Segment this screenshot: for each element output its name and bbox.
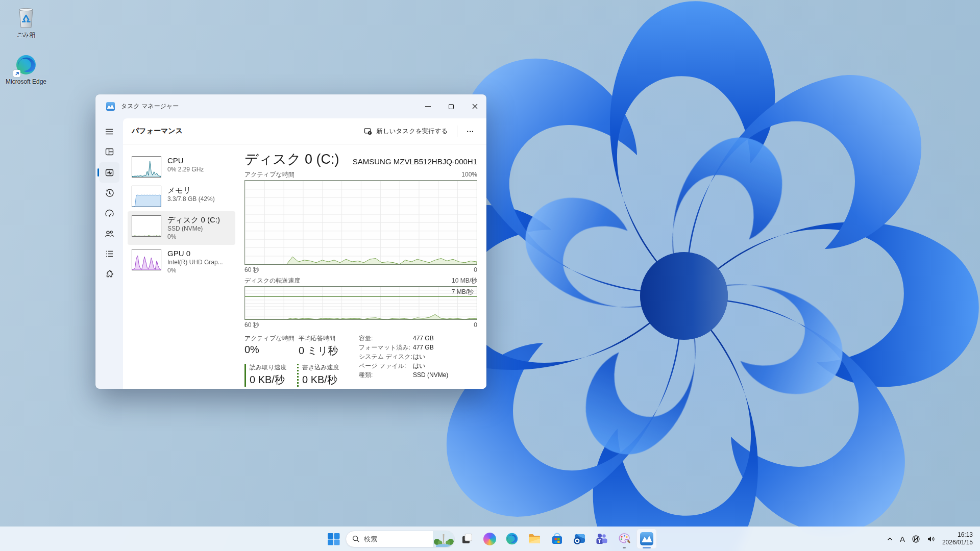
titlebar[interactable]: タスク マネージャー (95, 94, 486, 118)
task-view-button[interactable] (457, 529, 477, 549)
chart2-max-label: 10 MB/秒 (452, 277, 477, 285)
clock[interactable]: 16:13 2026/01/15 (942, 531, 973, 546)
stat-avg-response: 平均応答時間 0 ミリ秒 (299, 335, 349, 358)
minimize-button[interactable] (416, 94, 439, 118)
network-status-button[interactable] (912, 535, 920, 543)
taskbar: A 16:13 2026/01/15 (0, 527, 980, 551)
cpu-mini-chart (132, 156, 161, 178)
disk-detail-panel: ディスク 0 (C:) SAMSUNG MZVLB512HBJQ-000H1 ア… (238, 144, 486, 389)
perf-item-disk[interactable]: ディスク 0 (C:) SSD (NVMe) 0% (128, 211, 235, 245)
sidebar-item-startup-apps[interactable] (99, 204, 119, 224)
volume-button[interactable] (927, 535, 936, 543)
globe-no-network-icon (912, 535, 920, 543)
sidebar-item-processes[interactable] (99, 141, 119, 162)
start-button[interactable] (323, 529, 344, 549)
window-title: タスク マネージャー (121, 102, 179, 111)
copilot-button[interactable] (479, 529, 500, 549)
disk-model: SAMSUNG MZVLB512HBJQ-000H1 (353, 157, 477, 167)
teams-button[interactable] (592, 529, 612, 549)
edge-button[interactable] (502, 529, 522, 549)
disk-mini-chart (132, 215, 161, 237)
perf-item-detail: 0% 2.29 GHz (167, 165, 204, 173)
perf-item-name: ディスク 0 (C:) (167, 215, 220, 224)
task-manager-window: タスク マネージャー (95, 94, 486, 389)
perf-item-detail: SSD (NVMe) (167, 224, 220, 233)
desktop-icon-label: ごみ箱 (4, 31, 48, 38)
sidebar-item-users[interactable] (99, 223, 119, 244)
speaker-icon (927, 535, 936, 543)
task-manager-icon (640, 532, 653, 545)
running-indicator (623, 547, 626, 548)
chart1-max-label: 100% (461, 171, 477, 179)
startup-apps-icon (105, 209, 114, 219)
search-input[interactable] (364, 535, 433, 543)
sidebar-item-performance[interactable] (99, 162, 119, 183)
performance-list: CPU 0% 2.29 GHz メモリ 3.3/7.8 GB (42%) ディス… (123, 144, 238, 389)
page-title: パフォーマンス (132, 127, 183, 136)
active-indicator (643, 547, 651, 548)
perf-item-detail: 3.3/7.8 GB (42%) (167, 195, 215, 203)
stat-read-speed: 読み取り速度 0 KB/秒 (244, 364, 293, 387)
gpu-mini-chart (132, 249, 161, 270)
sidebar-item-app-history[interactable] (99, 183, 119, 203)
recycle-bin-icon (14, 6, 38, 30)
tray-date: 2026/01/15 (942, 539, 973, 546)
microsoft-store-icon (551, 533, 564, 545)
users-icon (104, 229, 114, 239)
sidebar-item-details[interactable] (99, 243, 119, 264)
search-highlight-image[interactable] (433, 531, 454, 547)
microsoft-store-button[interactable] (547, 529, 567, 549)
chart2-label: ディスクの転送速度 (244, 277, 300, 285)
perf-item-cpu[interactable]: CPU 0% 2.29 GHz (128, 152, 235, 182)
hamburger-menu-button[interactable] (99, 121, 119, 142)
run-new-task-button[interactable]: 新しいタスクを実行する (359, 124, 453, 139)
hamburger-menu-icon (105, 127, 114, 136)
windows-start-icon (327, 533, 340, 545)
desktop-icon-recycle-bin[interactable]: ごみ箱 (4, 6, 48, 38)
outlook-icon (573, 532, 586, 545)
teams-icon (595, 532, 608, 545)
close-icon (472, 104, 478, 109)
processes-icon (105, 147, 114, 157)
perf-item-name: CPU (167, 156, 204, 165)
content-card: パフォーマンス 新しいタスクを実行する ... CPU 0% 2.29 GHz (123, 118, 486, 389)
perf-item-gpu[interactable]: GPU 0 Intel(R) UHD Grap... 0% (128, 245, 235, 279)
more-options-button[interactable]: ... (461, 123, 479, 139)
tray-time: 16:13 (942, 531, 973, 539)
new-task-icon (364, 127, 372, 135)
outlook-button[interactable] (569, 529, 590, 549)
paint-icon (618, 532, 631, 545)
sidebar-item-services[interactable] (99, 264, 119, 284)
edge-icon (505, 532, 519, 545)
shortcut-arrow-icon (13, 70, 20, 77)
services-icon (105, 269, 114, 279)
active-time-chart (244, 180, 477, 265)
perf-item-name: メモリ (167, 186, 215, 195)
search-icon (352, 535, 360, 543)
perf-item-detail: Intel(R) UHD Grap... (167, 258, 223, 266)
close-button[interactable] (463, 94, 486, 118)
chart2-x-right: 0 (474, 321, 477, 329)
ime-mode-indicator[interactable]: A (900, 535, 905, 543)
minimize-icon (425, 106, 431, 107)
details-icon (105, 249, 114, 259)
copilot-icon (483, 533, 496, 545)
toolbar: パフォーマンス 新しいタスクを実行する ... (123, 118, 486, 144)
file-explorer-button[interactable] (524, 529, 545, 549)
file-explorer-icon (528, 532, 541, 545)
edge-icon (14, 53, 38, 77)
search-box[interactable] (346, 531, 455, 547)
perf-item-memory[interactable]: メモリ 3.3/7.8 GB (42%) (128, 182, 235, 211)
show-hidden-icons-button[interactable] (887, 536, 893, 542)
chart1-x-right: 0 (474, 266, 477, 273)
task-view-icon (461, 533, 473, 545)
desktop-icon-edge[interactable]: Microsoft Edge (4, 53, 48, 85)
toolbar-divider (457, 126, 457, 137)
app-history-icon (105, 188, 114, 198)
perf-item-detail: 0% (167, 233, 220, 241)
maximize-button[interactable] (439, 94, 463, 118)
disk-info-list: 容量:477 GB フォーマット済み:477 GB システム ディスク:はい ペ… (359, 335, 448, 389)
scale-line-label: 7 MB/秒 (452, 288, 474, 296)
paint-button[interactable] (614, 529, 634, 549)
task-manager-button[interactable] (636, 529, 657, 549)
